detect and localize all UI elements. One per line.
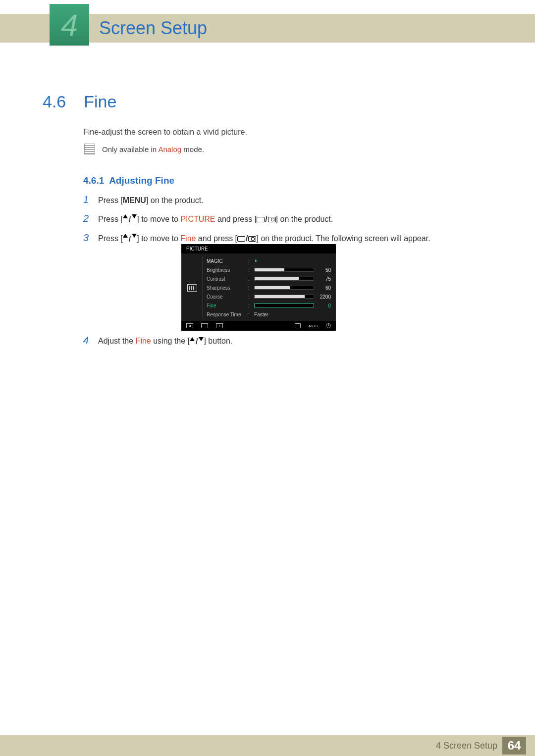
osd-label: Contrast xyxy=(207,276,244,282)
colon: : xyxy=(248,285,250,291)
txt: ] on the product. xyxy=(146,196,204,204)
txt: ] on the product. The following screen w… xyxy=(256,234,430,243)
power-icon xyxy=(326,323,331,328)
step-text: Adjust the Fine using the [/] button. xyxy=(98,337,232,346)
txt: using the [ xyxy=(151,337,190,345)
txt: Press [ xyxy=(98,215,123,223)
osd-label: Brightness xyxy=(207,267,244,273)
subsection-title: Adjusting Fine xyxy=(109,175,174,186)
step-number: 2 xyxy=(83,213,91,224)
step-3: 3 Press [/] to move to Fine and press [/… xyxy=(83,232,499,245)
picture-label: PICTURE xyxy=(180,215,215,223)
txt: and press [ xyxy=(215,215,257,223)
txt: Press [ xyxy=(98,196,123,204)
osd-item-list: MAGIC : Brightness : 50 Contrast : 75 xyxy=(202,256,331,319)
step-4: 4 Adjust the Fine using the [/] button. xyxy=(83,335,232,346)
osd-header: PICTURE xyxy=(181,244,336,253)
slider-fill xyxy=(255,268,284,271)
osd-item-brightness: Brightness : 50 xyxy=(207,265,331,274)
osd-item-fine: Fine : 0 xyxy=(207,301,331,310)
note-analog: Analog xyxy=(158,145,181,153)
page-number: 64 xyxy=(502,737,526,755)
osd-value: 2200 xyxy=(317,294,331,300)
auto-label: AUTO xyxy=(309,324,318,328)
osd-label: MAGIC xyxy=(207,258,244,264)
txt: ] on the product. xyxy=(276,215,333,223)
enter-button-icon xyxy=(295,323,301,328)
note-text: Only available in Analog mode. xyxy=(102,145,204,153)
colon: : xyxy=(248,276,250,282)
steps-list: 1 Press [MENU] on the product. 2 Press [… xyxy=(83,194,499,252)
note-icon xyxy=(84,144,95,154)
picture-tab-icon xyxy=(187,284,197,292)
osd-label: Coarse xyxy=(207,294,244,300)
step-text: Press [MENU] on the product. xyxy=(98,195,204,206)
txt: ] to move to xyxy=(137,215,180,223)
fine-label: Fine xyxy=(136,337,151,345)
note-suffix: mode. xyxy=(181,145,204,153)
osd-bar-wrap: 2200 xyxy=(254,294,331,300)
osd-value: 75 xyxy=(317,276,331,282)
plus-button-icon: + xyxy=(216,323,223,328)
slider-fill xyxy=(255,295,305,298)
txt: Adjust the xyxy=(98,337,136,345)
osd-label: Sharpness xyxy=(207,285,244,291)
osd-value: 50 xyxy=(317,267,331,273)
osd-bar-wrap: 75 xyxy=(254,276,331,282)
slider-bar xyxy=(254,286,314,290)
back-button-icon: ◄ xyxy=(186,323,193,328)
txt: ] to move to xyxy=(137,234,180,243)
slider-fill xyxy=(255,286,290,289)
step-number: 1 xyxy=(83,194,91,205)
section-title: Fine xyxy=(84,92,116,111)
osd-item-contrast: Contrast : 75 xyxy=(207,274,331,283)
osd-tab-column xyxy=(186,256,198,319)
section-intro: Fine-adjust the screen to obtain a vivid… xyxy=(83,128,247,137)
subsection-number: 4.6.1 xyxy=(83,175,104,186)
minus-button-icon: − xyxy=(201,323,208,328)
osd-value: 0 xyxy=(317,303,331,308)
osd-bar-wrap: 50 xyxy=(254,267,331,273)
step-number: 3 xyxy=(83,232,91,243)
footer-chapter: 4 Screen Setup xyxy=(436,741,497,751)
note-prefix: Only available in xyxy=(102,145,158,153)
subsection-heading: 4.6.1 Adjusting Fine xyxy=(83,175,174,186)
osd-footer: ◄ − + AUTO xyxy=(181,321,336,331)
txt: ] button. xyxy=(204,337,232,345)
submenu-arrow-icon xyxy=(255,259,257,262)
osd-value: 60 xyxy=(317,285,331,291)
enter-source-icon: / xyxy=(257,215,275,223)
txt: Press [ xyxy=(98,234,123,243)
enter-source-icon: / xyxy=(237,234,256,243)
section-number: 4.6 xyxy=(43,92,66,111)
osd-label: Fine xyxy=(207,303,244,308)
step-text: Press [/] to move to PICTURE and press [… xyxy=(98,214,333,225)
menu-label: MENU xyxy=(123,196,146,204)
up-down-icon: / xyxy=(123,234,137,245)
fine-label: Fine xyxy=(180,234,196,243)
step-text: Press [/] to move to Fine and press [/] … xyxy=(98,233,430,245)
step-number: 4 xyxy=(83,335,91,346)
osd-item-magic: MAGIC : xyxy=(207,256,331,265)
osd-item-sharpness: Sharpness : 60 xyxy=(207,283,331,292)
step-1: 1 Press [MENU] on the product. xyxy=(83,194,499,206)
osd-item-response-time: Response Time : Faster xyxy=(207,310,331,319)
step-2: 2 Press [/] to move to PICTURE and press… xyxy=(83,213,499,225)
slider-bar xyxy=(254,277,314,281)
up-down-icon: / xyxy=(190,337,204,346)
osd-body: MAGIC : Brightness : 50 Contrast : 75 xyxy=(181,253,336,321)
osd-label: Response Time xyxy=(207,312,244,317)
up-down-icon: / xyxy=(123,214,137,225)
chapter-title: Screen Setup xyxy=(99,18,207,39)
txt: and press [ xyxy=(196,234,237,243)
osd-bar-wrap: 0 xyxy=(254,303,331,308)
slider-bar xyxy=(254,303,314,307)
slider-fill xyxy=(255,277,299,280)
colon: : xyxy=(248,294,250,300)
osd-item-coarse: Coarse : 2200 xyxy=(207,292,331,301)
colon: : xyxy=(248,267,250,273)
slider-bar xyxy=(254,295,314,299)
note-row: Only available in Analog mode. xyxy=(84,144,204,154)
osd-bar-wrap: 60 xyxy=(254,285,331,291)
colon: : xyxy=(248,258,250,264)
